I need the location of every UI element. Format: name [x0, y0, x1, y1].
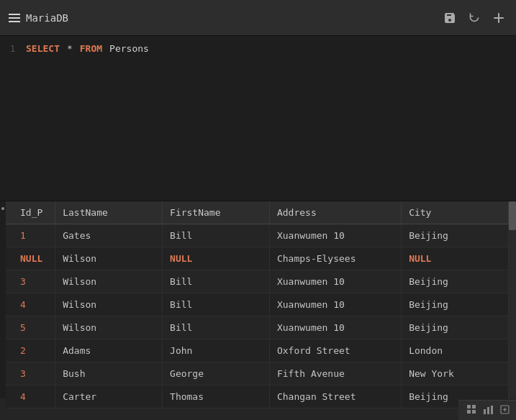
- add-button[interactable]: [490, 11, 507, 25]
- cell-lastname: Wilson: [55, 316, 163, 339]
- table-name: Persons: [109, 43, 149, 54]
- cell-address: Xuanwumen 10: [269, 293, 401, 316]
- code-editor[interactable]: 1 SELECT * FROM Persons: [0, 36, 516, 201]
- grid-view-button[interactable]: [465, 403, 479, 418]
- cell-address: Champs-Elysees: [269, 247, 401, 270]
- scrollbar-thumb[interactable]: [509, 201, 516, 230]
- cell-id: 4: [6, 385, 55, 408]
- col-header-firstname: FirstName: [163, 201, 270, 224]
- cell-firstname: NULL: [163, 247, 270, 270]
- table-row: 4CarterThomasChangan StreetBeijing: [6, 385, 509, 408]
- table-row: 5WilsonBillXuanwumen 10Beijing: [6, 316, 509, 339]
- refresh-button[interactable]: [466, 11, 483, 25]
- cell-lastname: Wilson: [55, 293, 163, 316]
- export-button[interactable]: [498, 403, 512, 418]
- cell-lastname: Gates: [55, 224, 163, 247]
- cell-lastname: Adams: [55, 339, 163, 362]
- cell-city: Beijing: [402, 316, 509, 339]
- table-header-row: Id_P LastName FirstName Address City: [6, 201, 509, 224]
- title-bar-left: MariaDB: [9, 12, 68, 24]
- svg-rect-4: [484, 409, 486, 414]
- app-title: MariaDB: [26, 12, 68, 24]
- svg-rect-5: [487, 407, 489, 414]
- hamburger-icon[interactable]: [9, 14, 20, 22]
- cell-firstname: John: [163, 339, 270, 362]
- cell-firstname: Bill: [163, 316, 270, 339]
- cell-city: NULL: [402, 247, 509, 270]
- table-wrapper: Id_P LastName FirstName Address City 1Ga…: [6, 201, 509, 420]
- cell-lastname: Carter: [55, 385, 163, 408]
- svg-rect-2: [467, 410, 471, 414]
- cell-city: Beijing: [402, 224, 509, 247]
- table-row: NULLWilsonNULLChamps-ElyseesNULL: [6, 247, 509, 270]
- cell-city: New York: [402, 362, 509, 385]
- chart-view-button[interactable]: [481, 403, 495, 418]
- line-number-1: 1: [10, 44, 19, 54]
- cell-firstname: Bill: [163, 224, 270, 247]
- cell-id: 4: [6, 293, 55, 316]
- col-header-city: City: [402, 201, 509, 224]
- table-row: 3BushGeorgeFifth AvenueNew York: [6, 362, 509, 385]
- col-header-address: Address: [269, 201, 401, 224]
- table-row: 3WilsonBillXuanwumen 10Beijing: [6, 270, 509, 293]
- code-line-1: 1 SELECT * FROM Persons: [10, 43, 506, 54]
- results-area: Id_P LastName FirstName Address City 1Ga…: [0, 201, 516, 420]
- save-button[interactable]: [441, 11, 458, 25]
- cell-address: Oxford Street: [269, 339, 401, 362]
- cell-city: Beijing: [402, 293, 509, 316]
- cell-id: 1: [6, 224, 55, 247]
- star-operator: *: [67, 43, 73, 54]
- svg-rect-0: [467, 405, 471, 408]
- cell-id: 3: [6, 362, 55, 385]
- cell-firstname: Bill: [163, 270, 270, 293]
- svg-rect-3: [472, 410, 476, 414]
- cell-address: Xuanwumen 10: [269, 270, 401, 293]
- svg-rect-6: [491, 406, 493, 414]
- cell-firstname: Bill: [163, 293, 270, 316]
- cell-address: Xuanwumen 10: [269, 224, 401, 247]
- cell-address: Fifth Avenue: [269, 362, 401, 385]
- col-header-idp: Id_P: [6, 201, 55, 224]
- results-indicator: [0, 201, 6, 398]
- cell-city: Beijing: [402, 270, 509, 293]
- table-row: 4WilsonBillXuanwumen 10Beijing: [6, 293, 509, 316]
- cell-firstname: George: [163, 362, 270, 385]
- cell-address: Changan Street: [269, 385, 401, 408]
- svg-rect-1: [472, 405, 476, 408]
- cell-city: London: [402, 339, 509, 362]
- cell-id: 3: [6, 270, 55, 293]
- cell-lastname: Wilson: [55, 247, 163, 270]
- cell-id: 5: [6, 316, 55, 339]
- title-bar-right: [441, 11, 507, 25]
- cell-id: NULL: [6, 247, 55, 270]
- keyword-select: SELECT: [26, 43, 60, 54]
- keyword-from: FROM: [80, 43, 102, 54]
- cell-firstname: Thomas: [163, 385, 270, 408]
- cell-id: 2: [6, 339, 55, 362]
- table-row: 2AdamsJohnOxford StreetLondon: [6, 339, 509, 362]
- cell-address: Xuanwumen 10: [269, 316, 401, 339]
- title-bar: MariaDB: [0, 0, 516, 36]
- results-table: Id_P LastName FirstName Address City 1Ga…: [6, 201, 509, 408]
- cell-lastname: Wilson: [55, 270, 163, 293]
- col-header-lastname: LastName: [55, 201, 163, 224]
- table-row: 1GatesBillXuanwumen 10Beijing: [6, 224, 509, 247]
- bottom-toolbar: [458, 400, 516, 420]
- cell-lastname: Bush: [55, 362, 163, 385]
- scrollbar-track[interactable]: [509, 201, 516, 398]
